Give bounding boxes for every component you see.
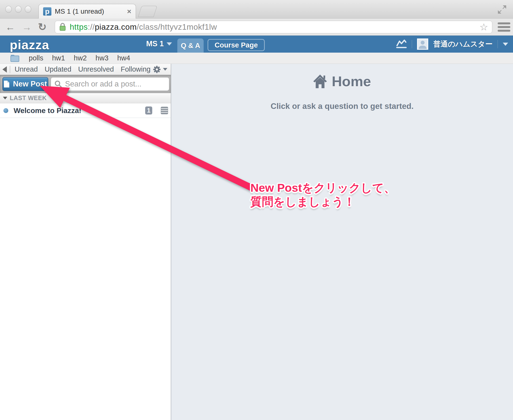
main-panel: Home Click or ask a question to get star… [171, 64, 513, 420]
folder-item-hw1[interactable]: hw1 [52, 54, 65, 62]
filter-updated[interactable]: Updated [45, 65, 71, 73]
section-label: LAST WEEK [10, 95, 47, 102]
actions-row: New Post [0, 75, 171, 93]
folder-icon [10, 54, 20, 62]
piazza-logo[interactable]: piazza [10, 38, 49, 52]
content-region: Unread Updated Unresolved Following [0, 64, 513, 420]
search-input[interactable] [65, 80, 166, 88]
chevron-down-icon [167, 42, 172, 46]
browser-tab[interactable]: p MS 1 (1 unread) × [38, 4, 136, 19]
tab-title: MS 1 (1 unread) [55, 8, 124, 15]
lock-icon [59, 22, 66, 32]
browser-url-row: ← → ↻ https://piazza.com/class/httyvz1mo… [0, 19, 513, 36]
window-controls [5, 6, 31, 13]
folder-item-hw4[interactable]: hw4 [117, 54, 130, 62]
tab-course-page[interactable]: Course Page [208, 39, 265, 51]
reload-button-icon[interactable]: ↻ [38, 22, 47, 32]
person-silhouette-icon [418, 39, 428, 49]
feed-sidebar: Unread Updated Unresolved Following [0, 64, 171, 420]
url-path: /class/httyvz1mokf1lw [137, 22, 217, 31]
filter-following[interactable]: Following [121, 65, 151, 73]
class-selector-label: MS 1 [146, 39, 164, 48]
avatar[interactable] [417, 38, 428, 50]
post-title: Welcome to Piazza! [14, 106, 81, 115]
feed-filter-bar: Unread Updated Unresolved Following [0, 64, 171, 75]
bookmark-star-icon[interactable]: ☆ [479, 21, 488, 33]
divider [497, 40, 498, 48]
chevron-down-icon [163, 68, 167, 71]
unread-count-badge: 1 [145, 106, 152, 115]
filter-unread[interactable]: Unread [15, 65, 38, 73]
new-tab-button[interactable] [138, 6, 157, 17]
page-title: Home [332, 73, 371, 89]
statistics-icon[interactable] [396, 39, 407, 49]
piazza-favicon-icon: p [43, 7, 51, 16]
folder-bar: polls hw1 hw2 hw3 hw4 [0, 53, 513, 64]
divider [412, 40, 412, 48]
url-text: https://piazza.com/class/httyvz1mokf1lw [70, 22, 217, 32]
window-close-button[interactable] [5, 6, 12, 13]
folder-item-hw2[interactable]: hw2 [74, 54, 87, 62]
url-scheme: https [70, 22, 88, 31]
note-lines-icon [161, 107, 168, 114]
tab-qa[interactable]: Q & A [177, 38, 204, 53]
divider [10, 66, 10, 73]
new-post-label: New Post [13, 80, 47, 88]
unread-dot-icon [3, 108, 8, 113]
home-icon [313, 74, 327, 89]
search-box [51, 77, 169, 91]
user-menu-chevron-icon[interactable] [503, 43, 508, 46]
gear-icon [152, 65, 162, 74]
screenshot-root: p MS 1 (1 unread) × ← → ↻ https://piazza… [0, 0, 513, 420]
fullscreen-expand-icon[interactable] [496, 4, 508, 15]
filter-unresolved[interactable]: Unresolved [78, 65, 114, 73]
address-bar[interactable]: https://piazza.com/class/httyvz1mokf1lw … [55, 21, 492, 33]
folder-item-polls[interactable]: polls [29, 54, 43, 62]
new-post-button[interactable]: New Post [2, 77, 48, 91]
back-button-icon[interactable]: ← [5, 22, 15, 32]
url-domain: piazza.com [95, 22, 137, 31]
browser-menu-icon[interactable] [498, 22, 510, 32]
window-zoom-button[interactable] [25, 6, 31, 13]
header-right-cluster: 普通のハムスター [396, 36, 508, 53]
url-separator: :// [88, 22, 95, 31]
browser-tab-bar: p MS 1 (1 unread) × [0, 0, 513, 19]
piazza-header: piazza MS 1 Q & A Course Page 普通のハムスター [0, 36, 513, 53]
home-title-row: Home [313, 73, 371, 89]
tab-close-icon[interactable]: × [127, 7, 131, 16]
forward-button-icon[interactable]: → [22, 22, 32, 32]
class-selector-dropdown[interactable]: MS 1 [146, 39, 172, 48]
filter-list: Unread Updated Unresolved Following [15, 65, 151, 73]
feed-settings[interactable] [152, 65, 167, 74]
folder-item-hw3[interactable]: hw3 [95, 54, 108, 62]
window-minimize-button[interactable] [15, 6, 21, 13]
user-name[interactable]: 普通のハムスター [433, 39, 493, 49]
page-subtitle: Click or ask a question to get started. [271, 102, 414, 111]
new-post-page-icon [4, 80, 10, 88]
section-header-last-week[interactable]: LAST WEEK [0, 93, 171, 103]
search-icon [54, 80, 62, 88]
collapse-sidebar-icon[interactable] [2, 66, 7, 73]
section-collapse-icon [3, 97, 7, 99]
feed-post-welcome[interactable]: Welcome to Piazza! 1 [0, 103, 171, 118]
